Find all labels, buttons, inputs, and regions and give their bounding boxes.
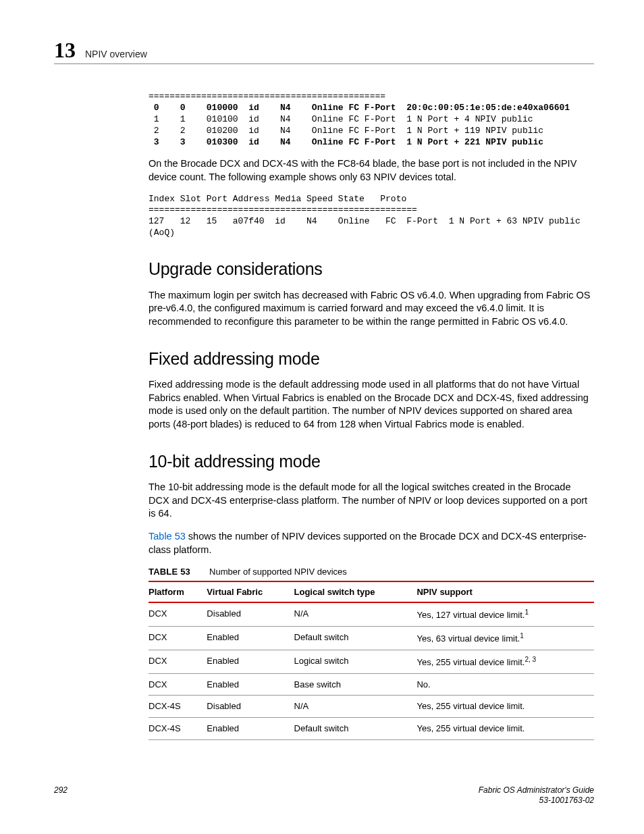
table-caption: TABLE 53Number of supported NPIV devices [149, 566, 594, 578]
section-title: NPIV overview [85, 49, 147, 59]
table-row: DCX-4SEnabledDefault switchYes, 255 virt… [149, 717, 594, 739]
paragraph: The maximum login per switch has decreas… [149, 289, 594, 329]
npiv-support-table: Platform Virtual Fabric Logical switch t… [149, 581, 594, 740]
doc-number: 53-1001763-02 [539, 796, 594, 805]
page-number: 292 [54, 785, 68, 795]
table-row: DCX-4SDisabledN/AYes, 255 virtual device… [149, 696, 594, 718]
heading-fixed-addressing: Fixed addressing mode [149, 348, 594, 371]
main-content: ========================================… [149, 91, 594, 740]
table-link[interactable]: Table 53 [149, 531, 186, 542]
col-logical-switch: Logical switch type [294, 581, 417, 603]
col-npiv-support: NPIV support [417, 581, 594, 603]
doc-title: Fabric OS Administrator's Guide [479, 785, 594, 795]
page-footer: 292 Fabric OS Administrator's Guide 53-1… [54, 785, 594, 806]
running-header: 13 NPIV overview [54, 39, 594, 64]
paragraph: Fixed addressing mode is the default add… [149, 378, 594, 431]
paragraph: On the Brocade DCX and DCX-4S with the F… [149, 157, 594, 184]
heading-10bit-addressing: 10-bit addressing mode [149, 450, 594, 473]
paragraph: The 10-bit addressing mode is the defaul… [149, 481, 594, 521]
table-row: DCXEnabledLogical switchYes, 255 virtual… [149, 650, 594, 673]
code-block-2: Index Slot Port Address Media Speed Stat… [149, 194, 594, 240]
paragraph: Table 53 shows the number of NPIV device… [149, 530, 594, 556]
heading-upgrade: Upgrade considerations [149, 258, 594, 281]
table-row: DCXEnabledBase switchNo. [149, 673, 594, 696]
code-block-1: ========================================… [149, 91, 594, 148]
table-header-row: Platform Virtual Fabric Logical switch t… [149, 581, 594, 603]
col-virtual-fabric: Virtual Fabric [207, 581, 294, 603]
col-platform: Platform [149, 581, 207, 603]
chapter-number: 13 [54, 39, 76, 61]
table-row: DCXEnabledDefault switchYes, 63 virtual … [149, 627, 594, 650]
table-row: DCXDisabledN/AYes, 127 virtual device li… [149, 602, 594, 626]
